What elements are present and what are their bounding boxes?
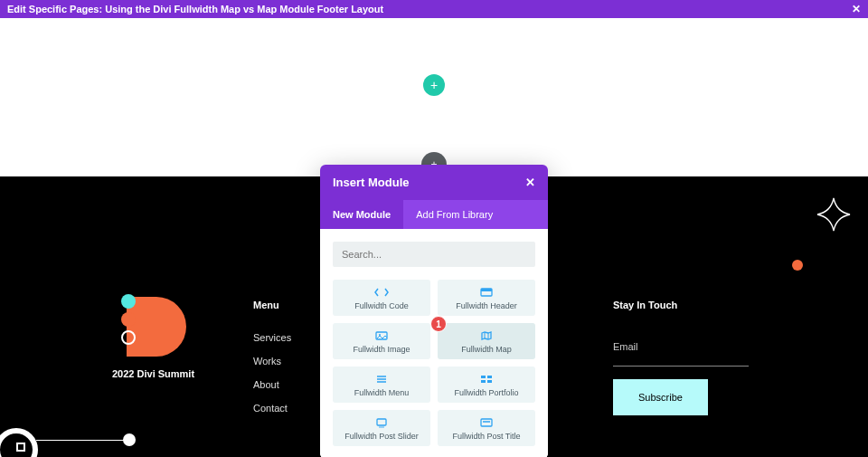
svg-rect-7 — [487, 380, 492, 383]
menu-item-services[interactable]: Services — [253, 332, 291, 343]
svg-rect-5 — [487, 376, 492, 378]
svg-rect-8 — [377, 419, 386, 425]
menu-icon — [374, 374, 389, 385]
menu-heading: Menu — [253, 300, 291, 310]
modal-title: Insert Module — [333, 176, 410, 189]
svg-rect-1 — [481, 289, 492, 291]
email-field[interactable] — [613, 357, 749, 367]
image-icon — [374, 330, 389, 341]
module-label: Fullwidth Post Title — [443, 432, 530, 441]
menu-item-works[interactable]: Works — [253, 356, 291, 367]
subscribe-button[interactable]: Subscribe — [613, 379, 708, 415]
stay-heading: Stay In Touch — [613, 300, 749, 310]
decor-line-icon — [36, 440, 127, 441]
step-badge: 1 — [430, 316, 447, 332]
post-title-icon — [479, 417, 494, 428]
module-fullwidth-map[interactable]: 1 Fullwidth Map — [438, 323, 535, 359]
add-section-button[interactable]: + — [423, 74, 445, 96]
svg-rect-4 — [481, 376, 486, 378]
page-title-text: Edit Specific Pages: Using the Divi Full… — [7, 4, 383, 14]
diamond-icon — [816, 196, 852, 233]
portfolio-icon — [479, 374, 494, 385]
email-label: Email — [613, 341, 749, 352]
module-fullwidth-portfolio[interactable]: Fullwidth Portfolio — [438, 367, 535, 403]
svg-point-10 — [381, 426, 382, 428]
map-icon — [479, 330, 494, 341]
logo-caption: 2022 Divi Summit — [112, 368, 194, 379]
svg-point-11 — [382, 426, 384, 428]
svg-rect-12 — [481, 419, 492, 426]
module-fullwidth-code[interactable]: Fullwidth Code — [333, 280, 430, 316]
code-icon — [374, 287, 389, 298]
module-search-input[interactable] — [333, 242, 535, 267]
module-fullwidth-post-title[interactable]: Fullwidth Post Title — [438, 410, 535, 446]
module-label: Fullwidth Image — [338, 345, 425, 354]
modal-close-icon[interactable]: ✕ — [525, 176, 535, 189]
module-grid: Fullwidth Code Fullwidth Header Fullwidt… — [333, 280, 535, 446]
module-label: Fullwidth Portfolio — [443, 388, 530, 397]
stay-in-touch-block: Stay In Touch Email Subscribe — [613, 300, 749, 415]
module-label: Fullwidth Map — [443, 345, 530, 354]
module-label: Fullwidth Post Slider — [338, 432, 425, 441]
tab-add-from-library[interactable]: Add From Library — [403, 200, 505, 229]
module-fullwidth-image[interactable]: Fullwidth Image — [333, 323, 430, 359]
modal-tabs: New Module Add From Library — [320, 200, 548, 229]
svg-point-9 — [379, 426, 381, 428]
module-fullwidth-post-slider[interactable]: Fullwidth Post Slider — [333, 410, 430, 446]
builder-canvas: + + 2022 Divi Summit Menu Services Works… — [0, 18, 868, 457]
decor-square-icon — [16, 443, 25, 452]
page-title-bar: Edit Specific Pages: Using the Divi Full… — [0, 0, 868, 18]
module-label: Fullwidth Menu — [338, 388, 425, 397]
svg-rect-6 — [481, 380, 486, 383]
footer-menu: Menu Services Works About Contact — [253, 300, 291, 426]
module-fullwidth-header[interactable]: Fullwidth Header — [438, 280, 535, 316]
slider-icon — [374, 417, 389, 428]
logo-icon — [112, 294, 188, 361]
modal-body: Fullwidth Code Fullwidth Header Fullwidt… — [320, 229, 548, 457]
menu-item-contact[interactable]: Contact — [253, 403, 291, 414]
insert-module-modal: Insert Module ✕ New Module Add From Libr… — [320, 165, 548, 457]
modal-header: Insert Module ✕ — [320, 165, 548, 200]
tab-new-module[interactable]: New Module — [320, 200, 403, 229]
module-label: Fullwidth Header — [443, 301, 530, 310]
accent-dot-icon — [792, 260, 803, 271]
decor-dot-icon — [123, 433, 136, 446]
module-fullwidth-menu[interactable]: Fullwidth Menu — [333, 367, 430, 403]
footer-logo-block: 2022 Divi Summit — [112, 294, 194, 379]
module-label: Fullwidth Code — [338, 301, 425, 310]
header-icon — [479, 287, 494, 298]
menu-item-about[interactable]: About — [253, 379, 291, 390]
close-icon[interactable]: ✕ — [852, 3, 861, 15]
